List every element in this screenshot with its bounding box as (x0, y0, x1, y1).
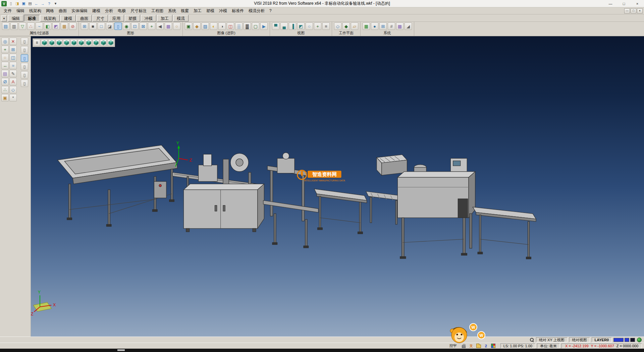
zoom-extents-icon[interactable]: ⊠ (140, 23, 147, 30)
view-top-icon[interactable]: ▀ (272, 23, 279, 30)
palette-icon[interactable] (491, 343, 496, 348)
menu-edit[interactable]: 编辑 (14, 7, 27, 14)
menu-file[interactable]: 文件 (1, 7, 14, 14)
render-icon[interactable]: ▣ (185, 23, 192, 30)
filter-curves-icon[interactable]: ~ (36, 23, 43, 30)
new-file-icon[interactable]: ▯ (8, 1, 14, 6)
tab-machining[interactable]: 加工 (157, 15, 172, 21)
filter-solids-icon[interactable]: ◩ (52, 23, 60, 30)
redo-icon[interactable]: → (40, 1, 46, 6)
menu-die[interactable]: 冲模 (217, 7, 229, 14)
lighting-icon[interactable]: ◐ (210, 23, 217, 30)
view-cube-front-icon[interactable] (56, 39, 62, 46)
point-tool-icon[interactable]: ∴ (1, 86, 9, 93)
wireframe-view-icon[interactable]: □ (98, 23, 105, 30)
attributes-icon[interactable]: ▤ (2, 23, 9, 30)
buffer-slot-icon-2[interactable]: ▯ (21, 46, 28, 53)
pan-view-icon[interactable]: + (148, 23, 155, 30)
stretch-tool-icon[interactable]: ↔ (1, 62, 9, 69)
view-cube-top-icon[interactable] (48, 39, 55, 46)
tab-application[interactable]: 应用 (109, 15, 124, 21)
materials-icon[interactable]: ◆ (193, 23, 201, 30)
print-preview-icon[interactable]: ▥ (10, 23, 18, 30)
hidden-line-icon[interactable]: ◪ (106, 23, 113, 30)
view-list-icon[interactable]: ≡ (322, 23, 330, 30)
tab-modeling[interactable]: 建模 (60, 15, 76, 21)
mdi-minimize-button[interactable]: — (624, 8, 630, 13)
tab-wireframe[interactable]: 线架构 (40, 15, 60, 21)
filter-surfaces-icon[interactable]: ◧ (44, 23, 51, 30)
menu-drawing[interactable]: 工程图 (149, 7, 166, 14)
measure-tool-icon[interactable]: Ø (1, 78, 9, 85)
menu-solid-edit[interactable]: 实体编辑 (69, 7, 90, 14)
filter-reset-icon[interactable]: ⊘ (69, 23, 76, 30)
dynamic-view-icon[interactable]: ◉ (123, 23, 130, 30)
section-view-icon[interactable]: ◫ (227, 23, 234, 30)
cylinder-display-icon[interactable]: ▯ (114, 23, 122, 30)
close-button[interactable]: × (631, 0, 644, 7)
minimize-button[interactable]: — (604, 0, 617, 7)
tab-flow[interactable]: 模流 (173, 15, 189, 21)
view-cube-right-icon[interactable] (78, 39, 85, 46)
offset-tool-icon[interactable]: ≈ (9, 62, 17, 69)
animation-icon[interactable]: ▶ (260, 23, 268, 30)
textures-icon[interactable]: ▨ (202, 23, 209, 30)
view-cube-bottom-icon[interactable] (85, 39, 92, 46)
workplane-entity-icon[interactable]: ◆ (342, 23, 350, 30)
tab-standard[interactable]: 标准 (24, 15, 40, 21)
menu-electrode[interactable]: 电极 (115, 7, 128, 14)
view-menu-button[interactable]: ≡ (34, 39, 40, 46)
filter-points-icon[interactable]: ∴ (27, 23, 35, 30)
buffer-slot-icon-6[interactable]: ▯ (21, 80, 28, 87)
view-cube-iso2-icon[interactable] (93, 39, 99, 46)
menu-modeling[interactable]: 建模 (90, 7, 103, 14)
maximize-button[interactable]: □ (617, 0, 631, 7)
layers-display-icon[interactable]: ▩ (165, 23, 172, 30)
menu-dimension[interactable]: 尺寸标注 (128, 7, 149, 14)
redraw-icon[interactable]: ⊞ (81, 23, 88, 30)
properties-tool-icon[interactable]: ✎ (9, 70, 17, 77)
view-cube-back-icon[interactable] (63, 39, 70, 46)
system-globe-icon[interactable]: ● (371, 23, 378, 30)
filter-all-icon[interactable]: ▽ (19, 23, 26, 30)
search-icon[interactable] (529, 337, 534, 342)
save-icon[interactable]: ▣ (21, 1, 26, 6)
absolute-view-indicator[interactable]: 绝对视图 (569, 337, 590, 342)
view-cube-iso3-icon[interactable] (100, 39, 107, 46)
view-cube-dynamic-icon[interactable] (107, 39, 114, 46)
system-ramp-icon[interactable]: ◢ (405, 23, 412, 30)
tab-surface[interactable]: 曲面 (76, 15, 92, 21)
open-folder-icon[interactable]: ◨ (14, 1, 20, 6)
tab-edit[interactable]: 编辑 (8, 15, 23, 21)
mirror-tool-icon[interactable]: ◫ (9, 54, 17, 61)
menu-flow-analysis[interactable]: 模流分析 (246, 7, 267, 14)
line-color-swatch[interactable] (613, 338, 624, 342)
menu-mold[interactable]: 塑模 (204, 7, 217, 14)
menu-window[interactable]: 视窗 (178, 7, 191, 14)
delete-tool-icon[interactable]: ✕ (9, 38, 17, 45)
tab-die[interactable]: 冲模 (141, 15, 156, 21)
shadows-icon[interactable]: ◑ (218, 23, 226, 30)
group-tool-icon[interactable]: ▣ (1, 94, 9, 101)
viewport-3d[interactable]: Y Z Y X Z 智造资料网 INTELLIGENT M (31, 36, 644, 337)
menu-mesh[interactable]: 网格 (44, 7, 56, 14)
system-grid-icon[interactable]: # (388, 23, 395, 30)
globe-icon[interactable] (637, 337, 642, 342)
system-colors-icon[interactable]: ▦ (363, 23, 370, 30)
menu-analysis[interactable]: 分析 (103, 7, 115, 14)
view-front-icon[interactable]: ▄ (280, 23, 288, 30)
view-iso-icon[interactable]: ◩ (297, 23, 305, 30)
zoom-tool-icon[interactable]: ◎ (1, 38, 9, 45)
regen-icon[interactable]: ○ (173, 23, 180, 30)
menu-machining[interactable]: 加工 (191, 7, 204, 14)
buffer-slot-icon-5[interactable]: ▯ (21, 71, 28, 79)
background-color-swatch[interactable] (630, 338, 635, 342)
buffer-slot-icon-4[interactable]: ▯ (21, 63, 28, 70)
undo-icon[interactable]: ← (34, 1, 39, 6)
rotate-tool-icon[interactable]: ○ (1, 54, 9, 61)
snapshot-icon[interactable]: ▢ (252, 23, 259, 30)
active-layer-indicator[interactable]: LAYER0 (592, 337, 612, 342)
transparency-icon[interactable]: ▒ (235, 23, 243, 30)
buffer-slot-icon-3[interactable]: ▯ (21, 54, 28, 62)
menu-wireframe[interactable]: 线架构 (27, 7, 44, 14)
